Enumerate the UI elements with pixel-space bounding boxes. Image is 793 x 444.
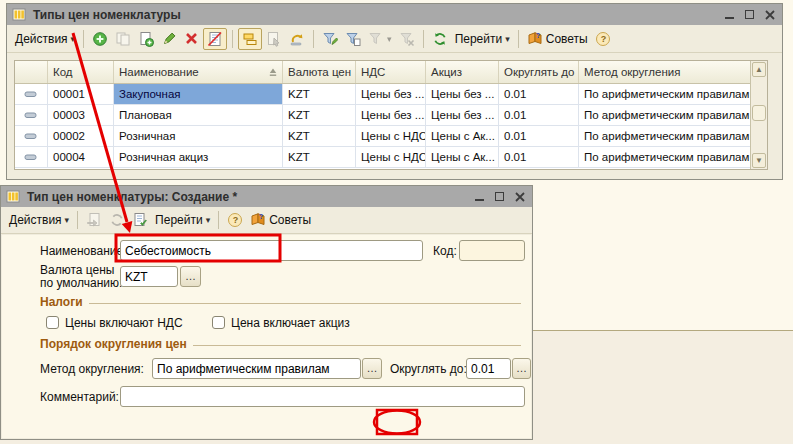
- table-row[interactable]: 00001 Закупочная KZT Цены без ... Цены б…: [15, 84, 752, 105]
- filter-history-button[interactable]: ▾: [365, 29, 395, 49]
- pencil-icon: [161, 31, 177, 47]
- price-types-list-window: Типы цен номенклатуры Действия ▾: [6, 3, 783, 180]
- dialog-titlebar[interactable]: Тип цен номенклатуры: Создание *: [1, 186, 532, 207]
- tips-book-icon: ?: [527, 31, 543, 47]
- dialog-title: Тип цен номенклатуры: Создание *: [27, 190, 237, 204]
- column-header-marker[interactable]: [15, 61, 48, 83]
- actions-menu-button[interactable]: Действия ▾: [12, 30, 78, 48]
- minimize-icon[interactable]: [725, 11, 734, 19]
- method-input[interactable]: [152, 358, 361, 379]
- dialog-toolbar: Действия ▾: [1, 207, 532, 234]
- currency-label-line2: по умолчанию:: [40, 276, 122, 290]
- method-label: Метод округления:: [40, 362, 144, 376]
- edit-button[interactable]: [158, 29, 180, 49]
- round-to-picker-button[interactable]: …: [512, 358, 531, 379]
- goto-menu-button[interactable]: Перейти ▾: [452, 30, 513, 48]
- new-item-icon: [138, 31, 154, 47]
- chevron-down-icon: ▾: [65, 215, 70, 225]
- chevron-down-icon: ▾: [387, 34, 392, 44]
- delete-x-icon: [184, 31, 199, 46]
- list-toolbar: Действия ▾: [7, 25, 782, 53]
- item-marker-icon: [24, 111, 38, 120]
- table-row[interactable]: 00002 Розничная KZT Цены с НДС Цены с Ак…: [15, 126, 752, 147]
- reread-icon: [109, 212, 125, 228]
- post-button[interactable]: [129, 210, 151, 230]
- column-header-code[interactable]: Код: [48, 61, 114, 83]
- reread-button[interactable]: [106, 210, 128, 230]
- close-icon[interactable]: [765, 10, 775, 20]
- vat-included-checkbox[interactable]: [46, 316, 59, 329]
- list-window-titlebar[interactable]: Типы цен номенклатуры: [7, 4, 782, 25]
- funnel-sort-icon: [322, 31, 338, 47]
- code-input[interactable]: [459, 240, 525, 261]
- vertical-scrollbar[interactable]: ▲ ▼: [750, 61, 767, 169]
- add-button[interactable]: [89, 29, 111, 49]
- sort-ascending-icon: [268, 67, 278, 77]
- chevron-down-icon: ▾: [505, 34, 510, 44]
- method-picker-button[interactable]: …: [362, 358, 382, 379]
- comment-label: Комментарий:: [40, 390, 119, 404]
- minimize-icon[interactable]: [475, 193, 484, 201]
- currency-input[interactable]: [120, 266, 178, 287]
- tips-button[interactable]: ? Советы: [524, 29, 591, 49]
- dialog-body: Наименование: Код: Валюта цены по умолча…: [2, 235, 531, 438]
- chevron-down-icon: ▾: [71, 34, 76, 44]
- deletion-mark-filter-button[interactable]: [203, 28, 227, 50]
- column-header-currency[interactable]: Валюта цен: [283, 61, 356, 83]
- round-to-input[interactable]: [466, 358, 511, 379]
- svg-text:?: ?: [233, 215, 239, 225]
- svg-text:?: ?: [600, 34, 606, 44]
- current-cell[interactable]: Закупочная: [114, 84, 283, 104]
- catalog-icon: [6, 189, 21, 204]
- move-item-icon: [266, 31, 282, 47]
- vat-checkbox-label: Цены включают НДС: [65, 316, 183, 330]
- funnel-history-icon: [368, 31, 384, 47]
- copy-button[interactable]: [112, 29, 134, 49]
- write-doc-icon: [132, 212, 148, 228]
- column-header-vat[interactable]: НДС: [356, 61, 426, 83]
- help-button[interactable]: ?: [224, 210, 246, 230]
- save-button[interactable]: [83, 210, 105, 230]
- move-to-group-button[interactable]: [263, 29, 285, 49]
- table-header-row: Код Наименование Валюта цен НДС Акциз Ок…: [15, 61, 752, 84]
- close-icon[interactable]: [515, 192, 525, 202]
- table-row[interactable]: 00003 Плановая KZT Цены без ... Цены без…: [15, 105, 752, 126]
- clear-filter-button[interactable]: [396, 29, 418, 49]
- item-marker-icon: [24, 132, 38, 141]
- code-label: Код:: [433, 244, 457, 258]
- hierarchy-view-button[interactable]: [238, 28, 262, 50]
- goto-menu-button[interactable]: Перейти ▾: [152, 211, 213, 229]
- delete-button[interactable]: [181, 29, 202, 48]
- undo-arrow-icon: [289, 31, 305, 47]
- tips-book-icon: ?: [250, 212, 266, 228]
- filter-sort-button[interactable]: [319, 29, 341, 49]
- actions-menu-button[interactable]: Действия ▾: [6, 211, 72, 229]
- add-group-button[interactable]: [135, 29, 157, 49]
- table-row[interactable]: 00004 Розничная акциз KZT Цены с НДС Цен…: [15, 147, 752, 168]
- svg-text:?: ?: [259, 213, 263, 220]
- excise-included-checkbox[interactable]: [212, 316, 225, 329]
- comment-input[interactable]: [120, 386, 525, 407]
- add-icon: [92, 31, 108, 47]
- name-input[interactable]: [120, 240, 423, 261]
- application-workspace: Типы цен номенклатуры Действия ▾: [0, 0, 793, 444]
- maximize-icon[interactable]: [745, 10, 754, 19]
- undo-button[interactable]: [286, 29, 308, 49]
- help-button[interactable]: ?: [592, 29, 614, 49]
- scroll-up-icon[interactable]: ▲: [752, 62, 766, 77]
- filter-by-value-button[interactable]: [342, 29, 364, 49]
- item-marker-icon: [24, 90, 38, 99]
- currency-picker-button[interactable]: …: [180, 266, 201, 287]
- column-header-name[interactable]: Наименование: [114, 61, 283, 83]
- maximize-icon[interactable]: [495, 192, 504, 201]
- svg-text:?: ?: [536, 31, 540, 38]
- taxes-section-header: Налоги: [40, 295, 521, 309]
- funnel-clear-icon: [399, 31, 415, 47]
- scroll-down-icon[interactable]: ▼: [752, 153, 766, 168]
- scrollbar-thumb[interactable]: [752, 105, 766, 121]
- refresh-button[interactable]: [429, 29, 451, 49]
- column-header-method[interactable]: Метод округления: [579, 61, 752, 83]
- column-header-excise[interactable]: Акциз: [426, 61, 499, 83]
- column-header-round[interactable]: Округлять до: [499, 61, 579, 83]
- tips-button[interactable]: ? Советы: [247, 210, 314, 230]
